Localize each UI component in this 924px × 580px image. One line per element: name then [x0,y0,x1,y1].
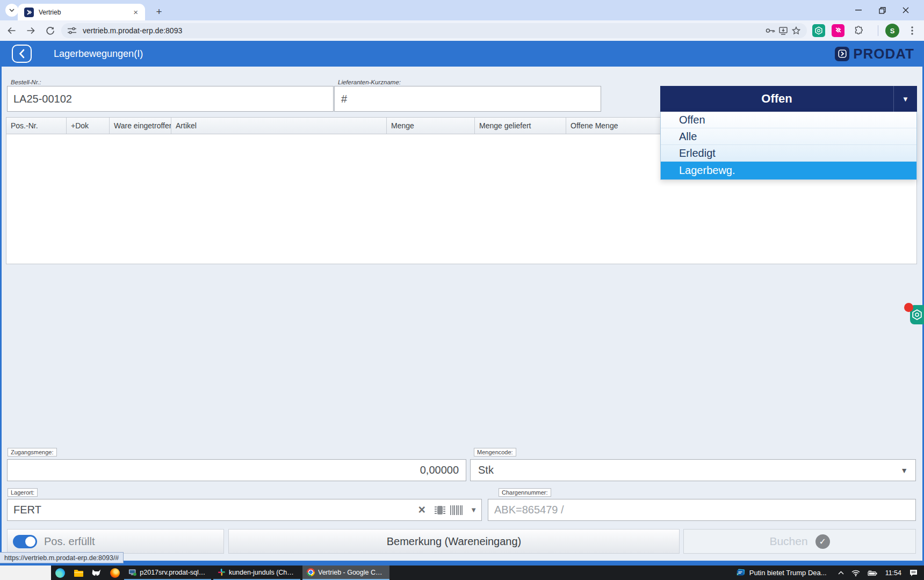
column-header-menge-geliefert[interactable]: Menge geliefert [475,118,566,134]
taskbar-window-chrome[interactable]: Vertrieb - Google Chr... [302,566,389,580]
reload-button[interactable] [44,24,56,37]
install-app-icon[interactable] [777,24,790,37]
taskbar-window-rdp[interactable]: p2017srv.prodat-sql.d... [124,566,211,580]
taskbar-search-box[interactable] [0,566,51,580]
rdp-icon [128,569,136,576]
column-header-ware-eingetroffen[interactable]: Ware eingetroffer [110,118,171,134]
password-key-icon[interactable] [764,24,777,37]
forward-button[interactable] [24,24,37,37]
mengencode-caret-icon[interactable]: ▼ [900,466,908,475]
tab-title: Vertrieb [39,9,132,16]
chevron-down-icon [9,9,15,12]
zugangsmenge-label: Zugangsmenge: [8,448,57,456]
back-button[interactable] [5,24,18,37]
minimize-icon [855,10,862,11]
file-explorer-icon[interactable] [69,566,88,580]
browser-tab[interactable]: Vertrieb × [18,4,145,20]
buchen-label: Buchen [769,535,807,548]
wifi-icon[interactable] [851,570,860,576]
lagerort-input[interactable]: FERT × ▼ [7,499,482,521]
taskbar-window-label: p2017srv.prodat-sql.d... [140,569,207,576]
bestell-nr-label: Bestell-Nr.: [11,79,41,85]
pos-erfuellt-label: Pos. erfüllt [44,535,95,548]
brand-logo: PRODAT [835,41,914,67]
tray-chevron-up-icon[interactable] [838,571,844,575]
close-icon [903,7,909,13]
chip-icon[interactable] [434,504,446,517]
news-widget[interactable]: Putin bietet Trump Dea... [736,569,827,577]
battery-icon[interactable] [868,570,877,576]
mengencode-input[interactable]: Stk ▼ [470,459,916,481]
clock[interactable]: 11:54 [885,569,901,577]
lieferant-label: Lieferanten-Kurzname: [338,79,401,85]
toolbar-divider [878,25,878,36]
taskbar-window-label: Vertrieb - Google Chr... [318,569,385,576]
pos-erfuellt-panel: Pos. erfüllt [7,529,224,554]
brand-name: PRODAT [853,46,914,62]
browser-menu-icon[interactable] [906,24,919,37]
page-title: Lagerbewegungen(I) [54,41,143,67]
profile-avatar[interactable]: S [885,24,899,38]
window-restore-button[interactable] [870,0,894,20]
window-close-button[interactable] [894,0,918,20]
dropdown-option-lagerbewg[interactable]: Lagerbewg. [661,162,916,179]
slack-icon [218,568,226,576]
barcode-icon[interactable] [450,504,463,516]
firefox-icon[interactable] [106,566,124,580]
status-link-tooltip: https://vertrieb.m.prodat-erp.de:8093/# [0,552,124,563]
dropdown-caret-icon[interactable]: ▼ [893,86,917,112]
status-dropdown-button[interactable]: Offen ▼ [660,86,917,112]
bemerkung-button[interactable]: Bemerkung (Wareneingang) [228,529,680,554]
extension-hexagon-icon[interactable] [812,24,825,37]
notification-dot [904,303,913,312]
back-arrow-icon [7,26,16,35]
lieferant-input[interactable]: # [334,86,601,112]
column-header-menge[interactable]: Menge [387,118,475,134]
url-bar[interactable]: vertrieb.m.prodat-erp.de:8093 [61,23,807,38]
extension-s-icon[interactable] [832,24,844,37]
clear-x-icon[interactable]: × [418,504,425,516]
toggle-knob [25,536,35,547]
chargennummer-input[interactable]: ABK=865479 / [488,499,916,521]
prodat-favicon [24,8,34,17]
new-tab-button[interactable]: + [151,4,167,19]
lagerort-label: Lagerort: [8,488,38,497]
dropdown-option-offen[interactable]: Offen [661,112,916,128]
app-back-button[interactable] [12,45,32,63]
bat-app-icon[interactable] [88,566,106,580]
column-header-artikel[interactable]: Artikel [171,118,387,134]
chrome-icon [307,568,315,576]
dropdown-option-alle[interactable]: Alle [661,128,916,145]
zugangsmenge-input[interactable]: 0,00000 [7,459,466,481]
url-text[interactable]: vertrieb.m.prodat-erp.de:8093 [83,26,764,35]
site-settings-icon[interactable] [66,24,78,37]
edge-icon[interactable] [51,566,69,580]
bookmark-star-icon[interactable] [790,24,803,37]
column-header-pos-nr[interactable]: Pos.-Nr. [6,118,67,134]
dropdown-option-erledigt[interactable]: Erledigt [661,145,916,162]
app-frame-left [0,41,2,566]
buchen-button[interactable]: Buchen ✓ [683,529,916,554]
column-header-dok[interactable]: +Dok [67,118,110,134]
browser-titlebar: Vertrieb × + [0,0,924,20]
taskbar-window-slack[interactable]: kunden-junduls (Cha... [213,566,300,580]
window-minimize-button[interactable] [847,0,870,20]
pos-erfuellt-toggle[interactable] [13,535,37,548]
bestell-nr-input[interactable]: LA25-00102 [7,86,334,112]
status-dropdown-list: Offen Alle Erledigt Lagerbewg. [660,112,917,180]
lagerort-caret-icon[interactable]: ▼ [470,506,477,514]
extensions-puzzle-icon[interactable] [852,24,865,37]
browser-toolbar: vertrieb.m.prodat-erp.de:8093 S [0,20,924,41]
reload-icon [46,26,55,35]
news-headline: Putin bietet Trump Dea... [749,569,827,577]
app-frame-bottom [0,561,924,566]
action-center-icon[interactable] [909,569,918,577]
app-header: Lagerbewegungen(I) PRODAT [0,41,924,67]
forward-arrow-icon [26,26,35,35]
check-icon: ✓ [815,534,830,549]
tab-search-button[interactable] [5,4,18,17]
tab-close-icon[interactable]: × [132,8,140,17]
news-icon [736,569,745,577]
restore-icon [879,7,886,14]
screen: Vertrieb × + vertrieb.m.prodat-erp.de:8 [0,0,924,580]
